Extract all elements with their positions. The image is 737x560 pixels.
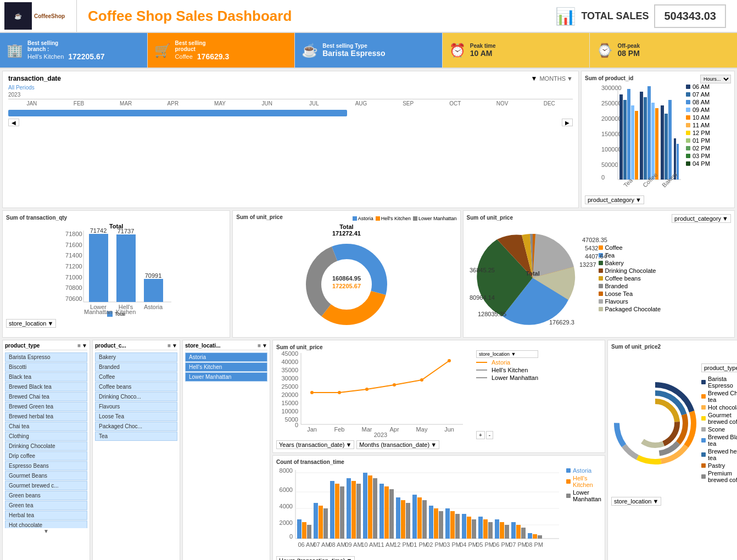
list-item-coffee-beans[interactable]: Coffee beans [95, 382, 177, 391]
month-jun[interactable]: JUN [243, 99, 291, 107]
product-category-filter-btn[interactable]: product_category ▼ [585, 195, 644, 204]
month-sep[interactable]: SEP [384, 99, 432, 107]
line-legend: store_location ▼ Astoria Hell's Kitchen … [476, 350, 538, 381]
svg-rect-92 [307, 525, 311, 539]
months-filter-btn[interactable]: Months (transaction_date) ▼ [356, 440, 439, 449]
product-type-legend-dropdown[interactable]: product_type ▼ [701, 363, 737, 372]
hours-transaction-filter-btn[interactable]: Hours (transaction_time) ▼ [276, 556, 355, 560]
list-item-hot-chocolate[interactable]: Hot chocolate [5, 520, 87, 528]
list-item-drinking-choco[interactable]: Drinking Choco... [95, 392, 177, 401]
right-charts-column: Sum of unit_price 45000 40000 35000 3000… [272, 340, 605, 560]
list-item-tea[interactable]: Tea [95, 432, 177, 441]
hours-filter-dropdown[interactable]: Hours... 06 AM07 AM08 AM 09 AM10 AM11 AM… [700, 75, 731, 83]
month-apr[interactable]: APR [149, 99, 197, 107]
list-item-brewed-green-tea[interactable]: Brewed Green tea [5, 402, 87, 411]
list-item-espresso-beans[interactable]: Espresso Beans [5, 461, 87, 471]
list-item-green-beans[interactable]: Green beans [5, 491, 87, 500]
month-aug[interactable]: AUG [338, 99, 385, 107]
svg-text:Mar: Mar [362, 426, 372, 433]
list-item-loose-tea[interactable]: Loose Tea [95, 412, 177, 421]
watch-icon: ⌚ [596, 43, 613, 58]
filter-icon[interactable]: ▼ [531, 75, 538, 82]
month-jan[interactable]: JAN [8, 99, 55, 107]
filter-icon-3[interactable]: ▼ [262, 343, 267, 349]
svg-rect-144 [521, 528, 526, 539]
svg-text:07 AM: 07 AM [313, 541, 330, 548]
sort-icon[interactable]: ≡ [77, 343, 81, 349]
list-item-bakery[interactable]: Bakery [95, 352, 177, 362]
months-label[interactable]: MONTHS ▼ [539, 75, 573, 82]
transaction-qty-panel: Sum of transaction_qty Total 71800 71600… [2, 210, 230, 338]
zoom-out-btn[interactable]: - [486, 431, 493, 439]
svg-text:300000: 300000 [601, 85, 622, 91]
list-item-brewed-chai-tea[interactable]: Brewed Chai tea [5, 392, 87, 401]
legend-astoria-bar: Astoria [566, 467, 601, 474]
list-item-brewed-herbal-tea[interactable]: Brewed herbal tea [5, 412, 87, 421]
kpi-type-num: Barista Espresso [322, 49, 385, 58]
list-item-gourmet-beans[interactable]: Gourmet Beans [5, 471, 87, 480]
legend-brewed-black-tea: Brewed Black tea [701, 434, 737, 447]
list-item-herbal-tea[interactable]: Herbal tea [5, 511, 87, 520]
list-item-chai-tea[interactable]: Chai tea [5, 422, 87, 431]
zoom-in-btn[interactable]: + [476, 431, 485, 439]
list-item-flavours[interactable]: Flavours [95, 402, 177, 411]
pie-content: Total 47028.35 5432 4407.64 13237 36845.… [467, 223, 732, 334]
svg-text:100000: 100000 [601, 146, 622, 153]
list-item-green-tea[interactable]: Green tea [5, 501, 87, 510]
list-item-biscotti[interactable]: Biscotti [5, 362, 87, 372]
svg-rect-29 [89, 234, 108, 302]
list-item-drinking-chocolate[interactable]: Drinking Chocolate [5, 441, 87, 451]
month-feb[interactable]: FEB [55, 99, 103, 107]
store-location-list: Astoria Hell's Kitchen Lower Manhattan [185, 352, 267, 382]
svg-rect-135 [483, 519, 488, 539]
month-oct[interactable]: OCT [432, 99, 479, 107]
list-item-coffee[interactable]: Coffee [95, 372, 177, 382]
kpi-best-branch: 🏢 Best selling branch : Hell's Kitchen 1… [0, 33, 148, 68]
list-item-gourmet-brewed[interactable]: Gourmet brewed c... [5, 481, 87, 490]
years-filter-btn[interactable]: Years (transaction_date) ▼ [276, 440, 354, 449]
donut-total-label: Total [339, 223, 353, 230]
store-location-filter-btn[interactable]: store_location ▼ [6, 319, 56, 328]
svg-rect-13 [635, 111, 638, 180]
all-periods-label[interactable]: All Periods [8, 85, 35, 91]
timeline-title: transaction_date [8, 75, 61, 82]
filter-icon[interactable]: ▼ [82, 343, 87, 349]
svg-rect-130 [462, 514, 466, 539]
svg-point-73 [310, 391, 314, 394]
nav-left-btn[interactable]: ◀ [8, 119, 19, 126]
month-nov[interactable]: NOV [479, 99, 526, 107]
nav-right-btn[interactable]: ▶ [562, 119, 573, 126]
list-item-brewed-black-tea[interactable]: Brewed Black tea [5, 382, 87, 391]
month-may[interactable]: MAY [197, 99, 244, 107]
store-location-donut-label: store_location [614, 498, 652, 505]
list-item-lower-manhattan[interactable]: Lower Manhattan [185, 372, 267, 382]
product-category-pie-dropdown[interactable]: product_category ▼ [672, 214, 731, 223]
years-filter-label: Years (transaction_date) [279, 441, 344, 448]
month-dec[interactable]: DEC [526, 99, 573, 107]
svg-rect-100 [340, 486, 344, 539]
kpi-offpeak-label: Off-peak [617, 43, 640, 49]
list-item-black-tea[interactable]: Black tea [5, 372, 87, 382]
svg-rect-106 [363, 473, 367, 539]
pie-chart-area: Total 47028.35 5432 4407.64 13237 36845.… [467, 223, 599, 334]
list-item-branded[interactable]: Branded [95, 362, 177, 372]
store-location-donut-dropdown[interactable]: store_location ▼ [611, 497, 661, 506]
list-item-clothing[interactable]: Clothing [5, 432, 87, 441]
timeline-header: transaction_date ▼ MONTHS ▼ [8, 75, 573, 82]
timeline-slider[interactable] [8, 110, 347, 116]
month-jul[interactable]: JUL [291, 99, 338, 107]
sort-icon-3[interactable]: ≡ [258, 343, 261, 349]
list-item-packaged-choc[interactable]: Packaged Choc... [95, 422, 177, 431]
month-mar[interactable]: MAR [102, 99, 149, 107]
filter-icon-2[interactable]: ▼ [172, 343, 177, 349]
list-item-hells-kitchen[interactable]: Hell's Kitchen [185, 362, 267, 372]
list-item-drip-coffee[interactable]: Drip coffee [5, 451, 87, 461]
kpi-peak-time: ⏰ Peak time 10 AM [443, 33, 590, 68]
list-item-astoria[interactable]: Astoria [185, 352, 267, 362]
main-content: transaction_date ▼ MONTHS ▼ All Periods … [0, 69, 737, 560]
svg-text:11 AM: 11 AM [377, 541, 394, 548]
svg-rect-104 [356, 484, 361, 539]
store-location-line-dropdown[interactable]: store_location ▼ [476, 350, 538, 358]
sort-icon-2[interactable]: ≡ [168, 343, 171, 349]
list-item-barista-espresso[interactable]: Barista Espresso [5, 352, 87, 362]
